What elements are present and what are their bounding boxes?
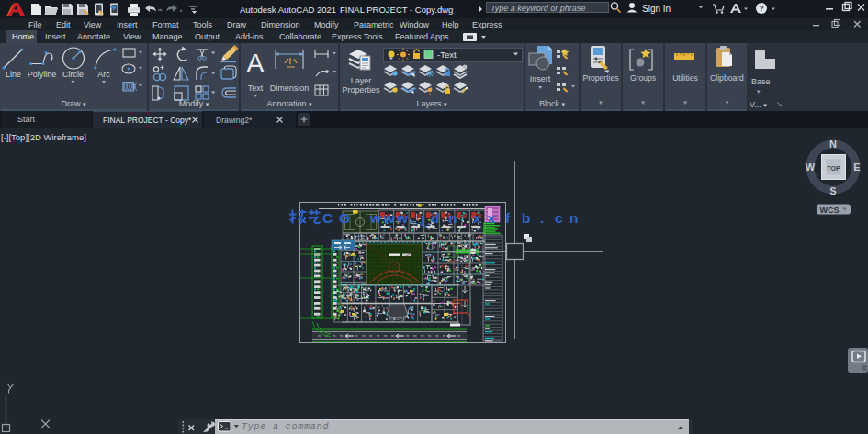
svg-text:.: . [411, 210, 414, 226]
svg-text:c: c [555, 210, 563, 226]
svg-text:x: x [488, 210, 496, 226]
svg-text:N: N [829, 139, 837, 150]
svg-text:.: . [540, 210, 544, 226]
svg-text:b: b [522, 210, 530, 226]
svg-text:WCS: WCS [820, 206, 840, 215]
svg-text:w: w [396, 210, 409, 226]
svg-text:n: n [448, 210, 457, 226]
svg-text:x: x [473, 210, 481, 226]
svg-text:n: n [569, 210, 578, 226]
svg-text:W: W [806, 161, 816, 172]
svg-text:S: S [829, 185, 836, 196]
svg-text:G: G [339, 210, 350, 226]
svg-text:d: d [431, 210, 439, 226]
svg-text:w: w [369, 210, 382, 226]
svg-text:E: E [853, 161, 860, 172]
svg-text:f: f [505, 210, 511, 226]
svg-text:TOP: TOP [827, 165, 840, 172]
svg-text:C: C [322, 210, 333, 226]
svg-text:w: w [383, 210, 396, 226]
svg-text:j: j [420, 210, 424, 226]
